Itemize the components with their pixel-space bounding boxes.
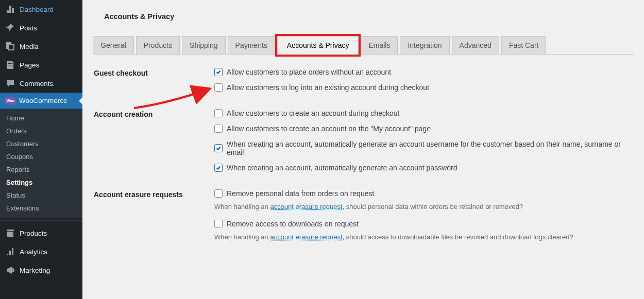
checkbox[interactable] [214, 189, 223, 198]
sidebar-item-posts[interactable]: Posts [0, 19, 82, 37]
woo-icon: Woo [5, 97, 15, 104]
sidebar-item-label: Dashboard [20, 6, 54, 13]
submenu-item-extensions[interactable]: Extensions [0, 202, 82, 215]
main-content: Accounts & Privacy GeneralProductsShippi… [82, 0, 644, 299]
tab-advanced[interactable]: Advanced [452, 36, 499, 54]
checkbox-label: When creating an account, automatically … [227, 164, 457, 172]
checkbox[interactable] [214, 109, 223, 117]
dashboard-icon [5, 4, 15, 14]
tab-shipping[interactable]: Shipping [182, 36, 226, 54]
checkbox-label: Allow customers to place orders without … [227, 68, 391, 76]
tab-fast-cart[interactable]: Fast Cart [501, 36, 547, 54]
checkbox-option[interactable]: Allow customers to place orders without … [214, 68, 634, 76]
checkbox[interactable] [214, 83, 223, 92]
checkbox-label: When creating an account, automatically … [227, 140, 634, 156]
checkbox-option[interactable]: Remove personal data from orders on requ… [214, 189, 634, 198]
checkbox-option[interactable]: Allow customers to create an account on … [214, 125, 634, 133]
submenu-item-home[interactable]: Home [0, 112, 82, 125]
comment-icon [5, 78, 15, 89]
sidebar-item-label: Pages [20, 61, 39, 69]
sidebar-item-label: WooCommerce [19, 97, 67, 104]
sidebar-item-pages[interactable]: Pages [0, 56, 82, 74]
submenu-item-coupons[interactable]: Coupons [0, 150, 82, 163]
sidebar-item-label: Media [20, 43, 39, 50]
submenu-item-reports[interactable]: Reports [0, 163, 82, 176]
checkbox-option[interactable]: Allow customers to log into an existing … [214, 83, 634, 92]
checkbox[interactable] [214, 125, 223, 133]
checkbox[interactable] [214, 220, 223, 228]
checkbox-label: Allow customers to create an account dur… [227, 109, 399, 117]
tab-payments[interactable]: Payments [228, 36, 275, 54]
submenu-item-customers[interactable]: Customers [0, 137, 82, 150]
pages-icon [5, 60, 15, 70]
checkbox[interactable] [214, 68, 223, 76]
erasure-request-link[interactable]: account erasure request [270, 203, 342, 210]
megaphone-icon [5, 265, 15, 275]
sidebar-item-label: Posts [20, 24, 37, 32]
pin-icon [5, 23, 15, 33]
submenu-item-settings[interactable]: Settings [0, 176, 82, 189]
submenu-item-status[interactable]: Status [0, 189, 82, 202]
sidebar-item-products[interactable]: Products [0, 224, 82, 242]
sidebar-item-comments[interactable]: Comments [0, 74, 82, 93]
chart-icon [5, 247, 15, 257]
sidebar-item-woocommerce[interactable]: WooWooCommerce [0, 93, 82, 109]
admin-sidebar: DashboardPostsMediaPagesCommentsWooWooCo… [0, 0, 82, 299]
sidebar-item-dashboard[interactable]: Dashboard [0, 0, 82, 19]
tab-emails[interactable]: Emails [361, 36, 398, 54]
checkbox-label: Remove access to downloads on request [227, 220, 359, 228]
section-erasure: Account erasure requests Remove personal… [94, 189, 634, 250]
checkbox-option[interactable]: When creating an account, automatically … [214, 164, 634, 172]
checkbox-option[interactable]: Remove access to downloads on request [214, 220, 634, 228]
tab-general[interactable]: General [93, 36, 134, 54]
settings-tabs: GeneralProductsShippingPaymentsAccounts … [93, 36, 634, 55]
sidebar-item-label: Comments [20, 80, 53, 87]
section-account-creation: Account creation Allow customers to crea… [94, 109, 634, 179]
checkbox-option[interactable]: When creating an account, automatically … [214, 140, 634, 156]
sidebar-item-marketing[interactable]: Marketing [0, 261, 82, 279]
submenu-item-orders[interactable]: Orders [0, 125, 82, 137]
erasure-request-link[interactable]: account erasure request [270, 233, 342, 241]
section-label: Account erasure requests [94, 189, 214, 250]
erasure-desc: When handling an account erasure request… [214, 233, 634, 241]
tab-accounts-privacy[interactable]: Accounts & Privacy [277, 36, 359, 55]
sidebar-item-label: Marketing [20, 267, 50, 274]
checkbox[interactable] [214, 144, 223, 152]
sidebar-item-label: Products [20, 230, 47, 237]
media-icon [5, 41, 15, 51]
checkbox-label: Allow customers to log into an existing … [227, 83, 429, 92]
section-label: Account creation [94, 109, 214, 179]
sidebar-item-label: Analytics [20, 248, 47, 256]
checkbox-label: Allow customers to create an account on … [227, 125, 431, 133]
tab-integration[interactable]: Integration [400, 36, 449, 54]
erasure-desc: When handling an account erasure request… [214, 203, 634, 210]
tab-products[interactable]: Products [136, 36, 180, 54]
checkbox-label: Remove personal data from orders on requ… [227, 189, 374, 198]
checkbox[interactable] [214, 164, 223, 172]
section-guest-checkout: Guest checkout Allow customers to place … [94, 68, 634, 99]
sidebar-item-analytics[interactable]: Analytics [0, 242, 82, 261]
checkbox-option[interactable]: Allow customers to create an account dur… [214, 109, 634, 117]
page-title: Accounts & Privacy [93, 0, 634, 36]
section-label: Guest checkout [94, 68, 214, 99]
archive-icon [5, 228, 15, 238]
sidebar-item-media[interactable]: Media [0, 37, 82, 56]
